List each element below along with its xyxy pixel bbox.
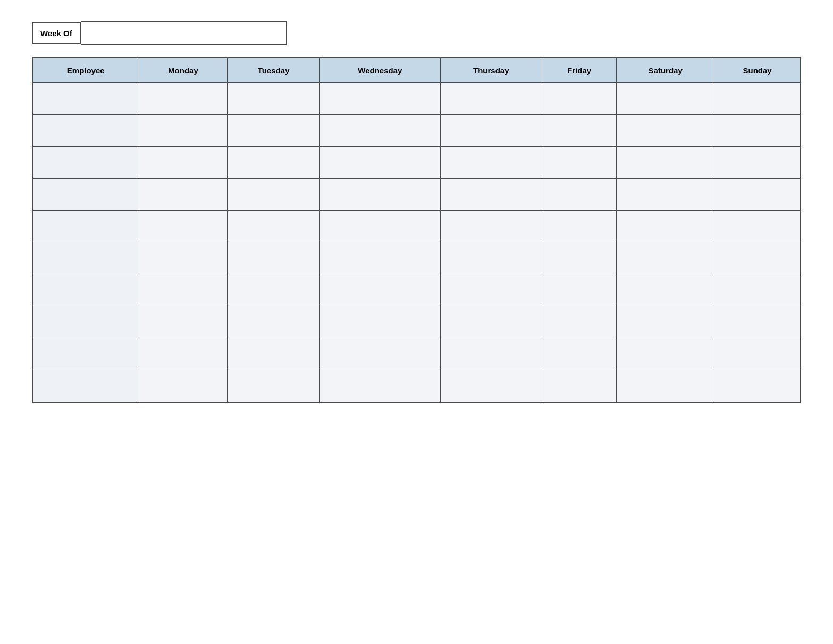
- schedule-cell[interactable]: [228, 306, 320, 338]
- schedule-cell[interactable]: [228, 370, 320, 402]
- schedule-cell[interactable]: [139, 306, 228, 338]
- schedule-cell[interactable]: [617, 242, 714, 274]
- schedule-cell[interactable]: [542, 242, 616, 274]
- schedule-cell[interactable]: [542, 306, 616, 338]
- schedule-cell[interactable]: [228, 147, 320, 179]
- employee-cell[interactable]: [32, 179, 139, 211]
- schedule-cell[interactable]: [139, 370, 228, 402]
- schedule-cell[interactable]: [542, 338, 616, 370]
- schedule-cell[interactable]: [320, 306, 441, 338]
- schedule-cell[interactable]: [320, 370, 441, 402]
- schedule-cell[interactable]: [542, 211, 616, 242]
- schedule-cell[interactable]: [542, 83, 616, 115]
- table-row: [32, 179, 801, 211]
- schedule-cell[interactable]: [440, 370, 542, 402]
- employee-cell[interactable]: [32, 274, 139, 306]
- header-monday: Monday: [139, 58, 228, 83]
- schedule-cell[interactable]: [440, 274, 542, 306]
- schedule-cell[interactable]: [542, 274, 616, 306]
- schedule-cell[interactable]: [228, 83, 320, 115]
- schedule-cell[interactable]: [617, 370, 714, 402]
- table-row: [32, 147, 801, 179]
- schedule-cell[interactable]: [440, 83, 542, 115]
- header-wednesday: Wednesday: [320, 58, 441, 83]
- schedule-cell[interactable]: [440, 338, 542, 370]
- schedule-cell[interactable]: [139, 274, 228, 306]
- schedule-cell[interactable]: [320, 115, 441, 147]
- schedule-cell[interactable]: [714, 83, 801, 115]
- schedule-cell[interactable]: [228, 242, 320, 274]
- schedule-cell[interactable]: [714, 179, 801, 211]
- schedule-table: Employee Monday Tuesday Wednesday Thursd…: [32, 57, 801, 403]
- schedule-cell[interactable]: [542, 179, 616, 211]
- schedule-cell[interactable]: [617, 211, 714, 242]
- schedule-cell[interactable]: [320, 274, 441, 306]
- schedule-cell[interactable]: [139, 242, 228, 274]
- employee-cell[interactable]: [32, 83, 139, 115]
- schedule-cell[interactable]: [139, 83, 228, 115]
- schedule-cell[interactable]: [714, 242, 801, 274]
- employee-cell[interactable]: [32, 147, 139, 179]
- employee-cell[interactable]: [32, 370, 139, 402]
- schedule-cell[interactable]: [228, 115, 320, 147]
- schedule-cell[interactable]: [320, 242, 441, 274]
- header-friday: Friday: [542, 58, 616, 83]
- schedule-cell[interactable]: [617, 306, 714, 338]
- schedule-cell[interactable]: [320, 211, 441, 242]
- schedule-cell[interactable]: [139, 115, 228, 147]
- table-header-row: Employee Monday Tuesday Wednesday Thursd…: [32, 58, 801, 83]
- schedule-cell[interactable]: [440, 211, 542, 242]
- schedule-cell[interactable]: [542, 147, 616, 179]
- header-saturday: Saturday: [617, 58, 714, 83]
- schedule-cell[interactable]: [440, 242, 542, 274]
- schedule-cell[interactable]: [617, 83, 714, 115]
- schedule-cell[interactable]: [320, 83, 441, 115]
- employee-cell[interactable]: [32, 306, 139, 338]
- schedule-cell[interactable]: [320, 179, 441, 211]
- employee-cell[interactable]: [32, 242, 139, 274]
- table-row: [32, 338, 801, 370]
- table-row: [32, 306, 801, 338]
- table-row: [32, 242, 801, 274]
- schedule-cell[interactable]: [320, 338, 441, 370]
- header-sunday: Sunday: [714, 58, 801, 83]
- schedule-cell[interactable]: [714, 147, 801, 179]
- schedule-cell[interactable]: [228, 211, 320, 242]
- week-of-input[interactable]: [81, 21, 287, 45]
- table-row: [32, 83, 801, 115]
- schedule-cell[interactable]: [440, 115, 542, 147]
- header-employee: Employee: [32, 58, 139, 83]
- schedule-cell[interactable]: [139, 338, 228, 370]
- header-tuesday: Tuesday: [228, 58, 320, 83]
- schedule-cell[interactable]: [228, 179, 320, 211]
- schedule-cell[interactable]: [139, 211, 228, 242]
- schedule-cell[interactable]: [714, 306, 801, 338]
- schedule-cell[interactable]: [617, 115, 714, 147]
- schedule-cell[interactable]: [617, 274, 714, 306]
- header-thursday: Thursday: [440, 58, 542, 83]
- schedule-cell[interactable]: [714, 370, 801, 402]
- schedule-cell[interactable]: [320, 147, 441, 179]
- table-row: [32, 274, 801, 306]
- schedule-cell[interactable]: [542, 370, 616, 402]
- schedule-cell[interactable]: [617, 338, 714, 370]
- employee-cell[interactable]: [32, 115, 139, 147]
- schedule-cell[interactable]: [139, 179, 228, 211]
- schedule-cell[interactable]: [228, 274, 320, 306]
- week-of-container: Week Of: [32, 21, 287, 45]
- employee-cell[interactable]: [32, 211, 139, 242]
- schedule-cell[interactable]: [714, 115, 801, 147]
- schedule-cell[interactable]: [542, 115, 616, 147]
- schedule-cell[interactable]: [440, 179, 542, 211]
- schedule-cell[interactable]: [714, 274, 801, 306]
- table-row: [32, 370, 801, 402]
- schedule-cell[interactable]: [714, 211, 801, 242]
- schedule-cell[interactable]: [139, 147, 228, 179]
- schedule-cell[interactable]: [228, 338, 320, 370]
- employee-cell[interactable]: [32, 338, 139, 370]
- schedule-cell[interactable]: [440, 306, 542, 338]
- schedule-cell[interactable]: [617, 179, 714, 211]
- schedule-cell[interactable]: [617, 147, 714, 179]
- schedule-cell[interactable]: [714, 338, 801, 370]
- schedule-cell[interactable]: [440, 147, 542, 179]
